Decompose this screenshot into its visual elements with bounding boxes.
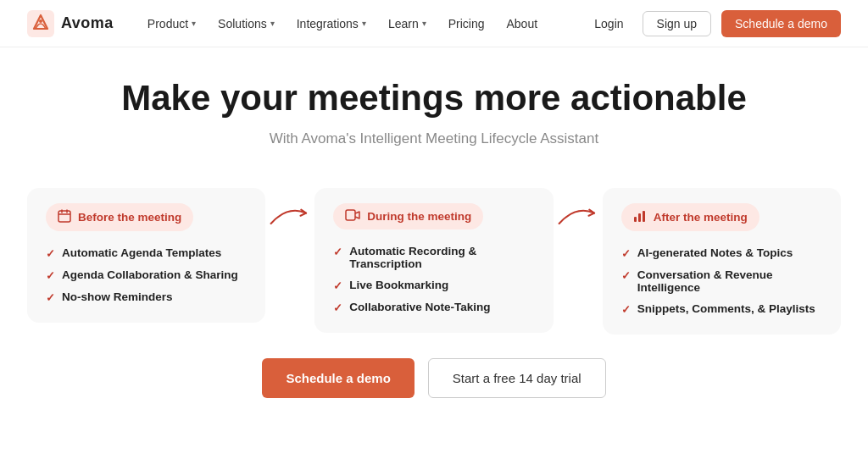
nav-item-learn[interactable]: Learn ▾ [378, 12, 437, 36]
check-icon: ✓ [46, 247, 55, 260]
card-before-header: Before the meeting [46, 203, 193, 231]
list-item: ✓ Collaborative Note-Taking [333, 301, 534, 314]
check-icon: ✓ [333, 301, 342, 314]
check-icon: ✓ [333, 279, 342, 292]
video-icon [345, 209, 360, 224]
nav-item-about[interactable]: About [496, 12, 548, 36]
list-item: ✓ Automatic Agenda Templates [46, 246, 247, 260]
list-item: ✓ Automatic Recording & Transcription [333, 245, 534, 270]
logo-icon [27, 10, 54, 37]
signup-button[interactable]: Sign up [643, 11, 711, 36]
svg-rect-9 [643, 211, 645, 222]
chevron-icon: ▾ [422, 19, 426, 28]
trial-button[interactable]: Start a free 14 day trial [428, 358, 606, 398]
schedule-demo-cta-button[interactable]: Schedule a demo [262, 358, 414, 398]
arrow-icon-2 [551, 200, 605, 240]
hero-title: Make your meetings more actionable [34, 78, 834, 119]
svg-rect-6 [346, 210, 355, 220]
chart-icon [633, 209, 647, 225]
card-after: After the meeting ✓ AI-generated Notes &… [603, 188, 841, 335]
calendar-icon [58, 209, 71, 225]
card-during: During the meeting ✓ Automatic Recording… [314, 188, 553, 333]
list-item: ✓ Conversation & Revenue Intelligence [621, 268, 822, 294]
list-item: ✓ Agenda Collaboration & Sharing [46, 268, 247, 282]
cards-row: Before the meeting ✓ Automatic Agenda Te… [0, 188, 868, 335]
nav-item-solutions[interactable]: Solutions ▾ [208, 12, 285, 36]
card-during-header: During the meeting [333, 203, 483, 230]
card-after-header: After the meeting [621, 203, 760, 231]
chevron-icon: ▾ [270, 19, 275, 28]
card-before-label: Before the meeting [78, 211, 181, 224]
list-item: ✓ AI-generated Notes & Topics [621, 246, 822, 260]
nav-links: Product ▾ Solutions ▾ Integrations ▾ Lea… [137, 12, 586, 36]
card-before-items: ✓ Automatic Agenda Templates ✓ Agenda Co… [46, 246, 247, 304]
hero-subtitle: With Avoma's Intelligent Meeting Lifecyc… [34, 130, 834, 147]
svg-rect-8 [638, 213, 641, 222]
navigation: Avoma Product ▾ Solutions ▾ Integrations… [0, 0, 868, 47]
card-during-items: ✓ Automatic Recording & Transcription ✓ … [333, 245, 534, 314]
nav-item-product[interactable]: Product ▾ [137, 12, 206, 36]
hero-section: Make your meetings more actionable With … [0, 47, 868, 188]
card-after-items: ✓ AI-generated Notes & Topics ✓ Conversa… [621, 246, 822, 316]
login-button[interactable]: Login [586, 12, 632, 36]
check-icon: ✓ [46, 269, 55, 282]
svg-point-1 [39, 19, 42, 23]
check-icon: ✓ [333, 246, 342, 258]
arrow-icon-1 [264, 200, 318, 240]
svg-rect-7 [634, 217, 637, 222]
list-item: ✓ Live Bookmarking [333, 279, 534, 292]
logo-text: Avoma [61, 14, 114, 32]
cta-row: Schedule a demo Start a free 14 day tria… [0, 358, 868, 398]
card-after-label: After the meeting [654, 211, 748, 224]
nav-right: Login Sign up Schedule a demo [586, 10, 841, 37]
nav-item-pricing[interactable]: Pricing [438, 12, 495, 36]
list-item: ✓ No-show Reminders [46, 290, 247, 304]
nav-item-integrations[interactable]: Integrations ▾ [287, 12, 376, 36]
logo[interactable]: Avoma [27, 10, 114, 37]
schedule-demo-nav-button[interactable]: Schedule a demo [721, 10, 841, 37]
check-icon: ✓ [621, 269, 631, 282]
check-icon: ✓ [621, 247, 631, 260]
check-icon: ✓ [621, 303, 631, 316]
card-during-label: During the meeting [367, 210, 471, 223]
card-before: Before the meeting ✓ Automatic Agenda Te… [27, 188, 265, 323]
chevron-icon: ▾ [192, 19, 196, 28]
list-item: ✓ Snippets, Comments, & Playlists [621, 302, 822, 316]
chevron-icon: ▾ [362, 19, 366, 28]
svg-rect-2 [58, 211, 70, 222]
check-icon: ✓ [46, 291, 55, 304]
